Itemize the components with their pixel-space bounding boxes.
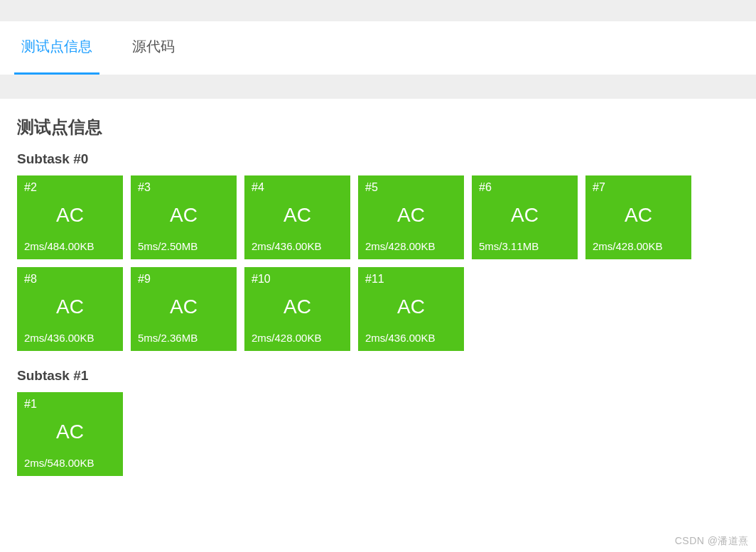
subtask-title: Subtask #1 xyxy=(17,368,739,384)
testpoint-status: AC xyxy=(24,406,116,457)
testpoint-card[interactable]: #11AC2ms/436.00KB xyxy=(358,267,464,351)
testpoint-card[interactable]: #10AC2ms/428.00KB xyxy=(244,267,350,351)
testpoint-card[interactable]: #5AC2ms/428.00KB xyxy=(358,175,464,259)
testpoint-card[interactable]: #1AC2ms/548.00KB xyxy=(17,392,123,476)
testpoint-card[interactable]: #4AC2ms/436.00KB xyxy=(244,175,350,259)
testpoint-card[interactable]: #6AC5ms/3.11MB xyxy=(472,175,578,259)
subtasks-container: Subtask #0#2AC2ms/484.00KB#3AC5ms/2.50MB… xyxy=(17,151,739,476)
testpoint-stats: 5ms/2.50MB xyxy=(138,240,230,252)
testpoint-status: AC xyxy=(252,190,343,240)
testpoint-card[interactable]: #7AC2ms/428.00KB xyxy=(585,175,691,259)
testpoint-stats: 5ms/3.11MB xyxy=(479,240,571,252)
testpoint-stats: 2ms/428.00KB xyxy=(593,240,684,252)
testpoint-status: AC xyxy=(24,190,116,240)
tabs-bar: 测试点信息源代码 xyxy=(0,21,756,75)
testpoint-status: AC xyxy=(365,190,457,240)
testpoint-status: AC xyxy=(24,281,116,332)
testpoint-status: AC xyxy=(252,281,343,332)
cards-row: #1AC2ms/548.00KB xyxy=(17,392,739,476)
testpoint-stats: 2ms/436.00KB xyxy=(365,332,457,344)
testpoint-card[interactable]: #9AC5ms/2.36MB xyxy=(131,267,237,351)
tab-0[interactable]: 测试点信息 xyxy=(14,21,99,75)
subtask-title: Subtask #0 xyxy=(17,151,739,167)
testpoint-stats: 2ms/436.00KB xyxy=(24,332,116,344)
testpoint-status: AC xyxy=(138,190,230,240)
testpoint-card[interactable]: #2AC2ms/484.00KB xyxy=(17,175,123,259)
header-region: 测试点信息源代码 xyxy=(0,0,756,75)
content-region: 测试点信息 Subtask #0#2AC2ms/484.00KB#3AC5ms/… xyxy=(0,99,756,521)
testpoint-status: AC xyxy=(593,190,684,240)
cards-row: #2AC2ms/484.00KB#3AC5ms/2.50MB#4AC2ms/43… xyxy=(17,175,739,351)
testpoint-stats: 5ms/2.36MB xyxy=(138,332,230,344)
testpoint-card[interactable]: #8AC2ms/436.00KB xyxy=(17,267,123,351)
testpoint-stats: 2ms/428.00KB xyxy=(365,240,457,252)
testpoint-stats: 2ms/436.00KB xyxy=(252,240,343,252)
testpoint-stats: 2ms/548.00KB xyxy=(24,457,116,469)
section-title: 测试点信息 xyxy=(17,116,739,139)
testpoint-status: AC xyxy=(365,281,457,332)
section-gap xyxy=(0,75,756,99)
testpoint-stats: 2ms/428.00KB xyxy=(252,332,343,344)
testpoint-stats: 2ms/484.00KB xyxy=(24,240,116,252)
testpoint-status: AC xyxy=(138,281,230,332)
tab-1[interactable]: 源代码 xyxy=(125,21,182,75)
testpoint-card[interactable]: #3AC5ms/2.50MB xyxy=(131,175,237,259)
testpoint-status: AC xyxy=(479,190,571,240)
